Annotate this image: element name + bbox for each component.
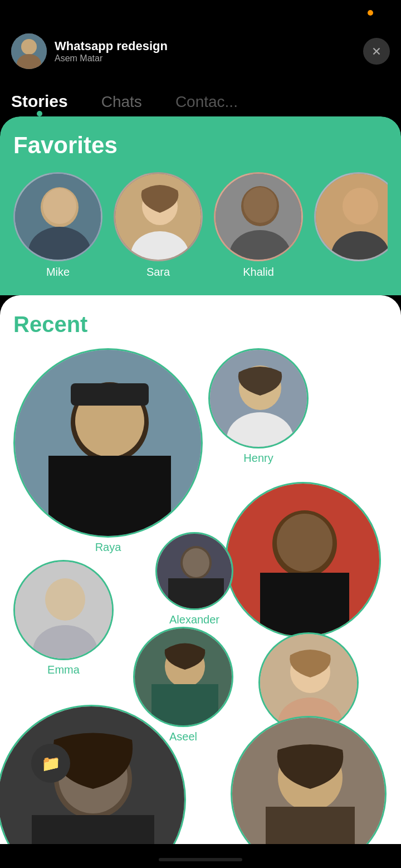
favorite-item[interactable]: Khalid [214, 172, 303, 279]
favorite-item[interactable]: Mike [13, 172, 102, 279]
recent-avatar-emma [13, 560, 114, 660]
app-name: Whatsapp redesign [55, 39, 168, 53]
main-content: Favorites Mike [0, 116, 401, 844]
svg-point-15 [243, 187, 277, 223]
nav-tabs: Stories Chats Contac... [0, 77, 401, 116]
folder-icon: 📁 [41, 754, 61, 773]
avatar [11, 33, 47, 69]
recent-item-raya[interactable]: Raya [13, 348, 203, 554]
recent-section: Recent Raya [0, 295, 401, 844]
recent-item-emma[interactable]: Emma [13, 560, 114, 676]
recent-item-noah[interactable]: Noah [225, 482, 381, 654]
recent-item-abraham[interactable]: Abraham [0, 705, 186, 844]
favorites-section: Favorites Mike [0, 116, 401, 295]
header-left: Whatsapp redesign Asem Matar [11, 33, 168, 69]
svg-point-37 [45, 578, 85, 621]
recent-avatar-noah [225, 482, 381, 638]
svg-rect-48 [32, 815, 154, 844]
home-indicator [159, 858, 242, 861]
recent-name-alexander: Alexander [169, 613, 219, 626]
recent-name-raya: Raya [95, 541, 121, 554]
favorite-name-sara: Sara [146, 266, 170, 279]
svg-point-1 [21, 39, 37, 55]
folder-button[interactable]: 📁 [31, 744, 70, 783]
recent-avatar-unknown [231, 716, 387, 844]
svg-rect-23 [48, 456, 171, 538]
tab-stories[interactable]: Stories [11, 92, 68, 116]
svg-point-8 [43, 188, 76, 224]
favorite-item[interactable]: Sara [114, 172, 203, 279]
author-name: Asem Matar [55, 53, 168, 64]
favorites-title: Favorites [13, 132, 388, 159]
recent-title: Recent [13, 312, 388, 337]
recent-name-henry: Henry [243, 452, 273, 465]
svg-point-30 [277, 514, 332, 572]
status-dot [368, 10, 373, 16]
recent-item-henry[interactable]: Henry [208, 348, 309, 465]
header-text: Whatsapp redesign Asem Matar [55, 39, 168, 64]
close-icon [370, 45, 383, 57]
recent-item-alexander[interactable]: Alexander [155, 532, 233, 626]
svg-rect-51 [266, 807, 355, 844]
favorite-avatar-extra [314, 172, 388, 261]
recent-name-emma: Emma [47, 664, 80, 676]
tab-chats[interactable]: Chats [101, 93, 142, 116]
recent-avatar-alexander [155, 532, 233, 610]
tab-contacts[interactable]: Contac... [175, 93, 238, 116]
favorite-item[interactable] [314, 172, 388, 279]
svg-rect-35 [168, 578, 224, 610]
status-bar [0, 0, 401, 28]
recent-avatar-abraham [0, 705, 186, 844]
svg-rect-24 [71, 383, 149, 406]
favorite-name-khalid: Khalid [243, 266, 274, 279]
recent-avatar-raya [13, 348, 203, 538]
favorites-list: Mike Sara [13, 172, 388, 279]
recent-grid: Raya Henry [13, 348, 388, 827]
close-button[interactable] [363, 38, 390, 65]
recent-avatar-henry [208, 348, 309, 448]
favorite-avatar-sara [114, 172, 203, 261]
favorite-avatar-khalid [214, 172, 303, 261]
recent-item-unknown[interactable] [231, 716, 387, 844]
svg-rect-31 [260, 573, 349, 638]
favorite-name-mike: Mike [46, 266, 70, 279]
header: Whatsapp redesign Asem Matar [0, 28, 401, 77]
svg-point-17 [343, 188, 378, 225]
favorite-avatar-mike [13, 172, 102, 261]
svg-point-34 [183, 548, 209, 577]
